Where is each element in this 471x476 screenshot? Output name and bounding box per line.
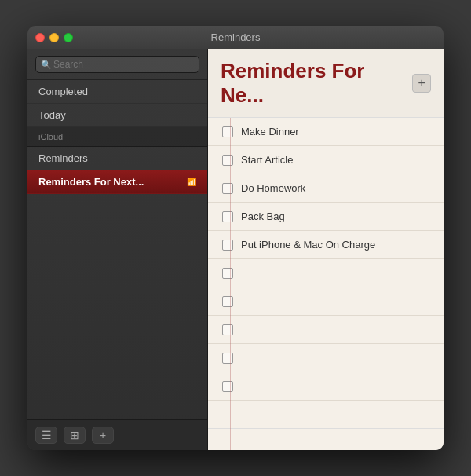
sidebar-section-icloud: iCloud [27, 127, 207, 147]
reminder-checkbox-4[interactable] [222, 211, 233, 222]
reminder-text-4: Pack Bag [241, 211, 285, 222]
reminder-item[interactable]: Pack Bag [208, 203, 444, 231]
reminder-item-empty-1[interactable] [208, 259, 444, 287]
reminder-checkbox-empty-5 [222, 381, 233, 392]
sidebar-footer: ☰ ⊞ + [27, 419, 207, 450]
reminder-checkbox-1[interactable] [222, 126, 233, 137]
reminder-list: Make Dinner Start Article Do Homework Pa… [208, 118, 444, 450]
reminder-text-1: Make Dinner [241, 126, 299, 137]
reminder-checkbox-empty-2 [222, 296, 233, 307]
search-input[interactable] [35, 56, 199, 73]
reminder-item[interactable]: Start Article [208, 146, 444, 174]
reminder-text-2: Start Article [241, 154, 293, 166]
main-content: 🔍 Completed Today iCloud Reminders [27, 49, 444, 450]
maximize-button[interactable] [64, 33, 73, 42]
titlebar: Reminders [27, 26, 444, 49]
reminders-panel-title: Reminders For Ne... [221, 59, 412, 108]
reminders-header: Reminders For Ne... + [208, 49, 444, 118]
reminder-item-empty-4[interactable] [208, 344, 444, 372]
minimize-button[interactable] [49, 33, 59, 42]
reminder-item[interactable]: Make Dinner [208, 118, 444, 146]
reminder-checkbox-2[interactable] [222, 155, 233, 166]
close-button[interactable] [35, 33, 45, 42]
reminder-checkbox-5[interactable] [222, 240, 233, 251]
traffic-lights [35, 33, 73, 42]
search-bar: 🔍 [27, 49, 207, 80]
reminder-item-empty-3[interactable] [208, 316, 444, 344]
reminder-checkbox-3[interactable] [222, 183, 233, 194]
search-wrapper: 🔍 [35, 56, 199, 73]
add-list-button[interactable]: + [92, 427, 114, 444]
list-view-button[interactable]: ☰ [35, 427, 57, 444]
reminder-checkbox-empty-1 [222, 268, 233, 279]
reminder-checkbox-empty-4 [222, 353, 233, 364]
reminder-item[interactable]: Put iPhone & Mac On Charge [208, 231, 444, 259]
sidebar-list: Completed Today iCloud Reminders Reminde… [27, 80, 207, 419]
wifi-icon: 📶 [187, 178, 196, 186]
reminder-item-empty-2[interactable] [208, 287, 444, 316]
grid-view-button[interactable]: ⊞ [64, 427, 86, 444]
sidebar: 🔍 Completed Today iCloud Reminders [27, 49, 208, 450]
reminder-item-empty-5[interactable] [208, 372, 444, 401]
reminder-text-3: Do Homework [241, 182, 305, 194]
reminders-panel: Reminders For Ne... + Make Dinner Start … [208, 49, 444, 450]
window-title: Reminders [211, 31, 261, 43]
reminder-checkbox-empty-3 [222, 324, 233, 335]
sidebar-item-completed[interactable]: Completed [27, 80, 207, 104]
sidebar-item-reminders-for-next[interactable]: Reminders For Next... 📶 [27, 170, 207, 194]
sidebar-item-reminders[interactable]: Reminders [27, 147, 207, 170]
app-window: Reminders 🔍 Completed Today iCloud [27, 26, 444, 450]
add-reminder-button[interactable]: + [412, 74, 431, 93]
reminder-text-5: Put iPhone & Mac On Charge [241, 239, 375, 251]
reminder-item[interactable]: Do Homework [208, 174, 444, 203]
sidebar-item-today[interactable]: Today [27, 104, 207, 127]
